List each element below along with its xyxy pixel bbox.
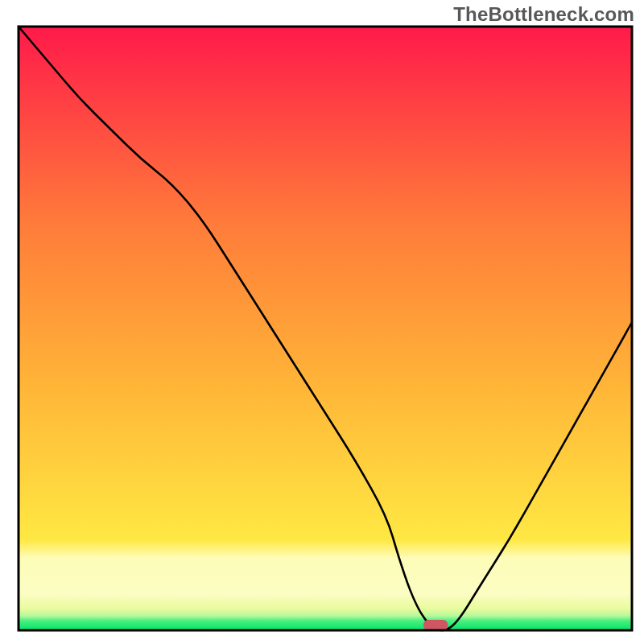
- chart-svg: [0, 0, 644, 644]
- plot-background: [19, 27, 632, 630]
- watermark-text: TheBottleneck.com: [453, 3, 634, 26]
- optimal-marker: [423, 620, 448, 630]
- bottleneck-chart: TheBottleneck.com: [0, 0, 644, 644]
